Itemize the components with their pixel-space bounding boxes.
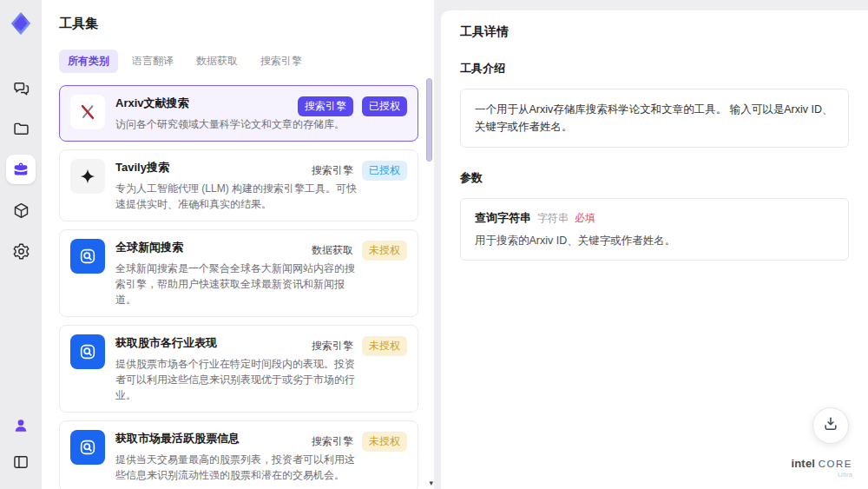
tool-description: 专为人工智能代理 (LLM) 构建的搜索引擎工具。可快速提供实时、准确和真实的结… [115,181,364,212]
brand-name: intel [791,457,815,470]
tool-meta: 搜索引擎 未授权 [312,336,407,356]
tool-category-badge: 搜索引擎 [298,96,353,116]
download-button[interactable] [812,407,849,444]
tool-card[interactable]: 获取市场最活跃股票信息 提供当天交易量最高的股票列表，投资者可以利用这些信息来识… [59,420,418,489]
download-icon [822,415,839,436]
search-logo [70,430,105,465]
param-header: 查询字符串 字符串 必填 [475,210,834,226]
category-tabs: 所有类别语言翻译数据获取搜索引擎 [59,50,431,73]
app-logo-icon [8,10,34,36]
search-logo [70,334,105,369]
chat-icon[interactable] [6,73,36,102]
tab-1[interactable]: 语言翻译 [123,50,182,73]
intro-box: 一个用于从Arxiv存储库搜索科学论文和文章的工具。 输入可以是Arxiv ID… [460,89,849,148]
star-logo [70,159,105,194]
sidebar-nav [6,73,36,266]
tool-auth-badge: 已授权 [362,161,407,181]
brand-sub: Ultra [791,471,852,479]
scrollbar-thumb[interactable] [426,78,432,162]
tool-meta: 搜索引擎 未授权 [312,432,407,452]
tab-3[interactable]: 搜索引擎 [252,50,311,73]
intro-text: 一个用于从Arxiv存储库搜索科学论文和文章的工具。 输入可以是Arxiv ID… [475,101,834,135]
intro-heading: 工具介绍 [460,61,849,76]
tool-meta: 搜索引擎 已授权 [312,161,407,181]
param-type: 字符串 [537,211,569,226]
scrollbar-down-arrow[interactable]: ▾ [429,479,433,487]
tool-category-badge: 数据获取 [312,243,353,258]
tool-category-badge: 搜索引擎 [312,339,353,354]
tool-category-badge: 搜索引擎 [312,434,353,449]
panel-toggle-icon[interactable] [6,447,36,477]
page-title: 工具集 [59,16,431,32]
tool-details-panel: 工具详情 工具介绍 一个用于从Arxiv存储库搜索科学论文和文章的工具。 输入可… [441,10,868,489]
tool-description: 访问各个研究领域大量科学论文和文章的存储库。 [115,116,364,132]
folder-icon[interactable] [6,114,36,143]
tool-description: 全球新闻搜索是一个聚合全球各大新闻网站内容的搜索引擎，帮助用户快速获取全球最新资… [115,261,364,307]
tool-card[interactable]: 获取股市各行业表现 提供股票市场各个行业在特定时间段内的表现。投资者可以利用这些… [59,325,418,413]
details-title: 工具详情 [460,24,849,40]
tool-auth-badge: 未授权 [362,336,407,356]
intel-core-logo: intel CORE Ultra [791,457,852,479]
tool-auth-badge: 未授权 [362,241,407,261]
param-description: 用于搜索的Arxiv ID、关键字或作者姓名。 [475,234,834,248]
tool-auth-badge: 已授权 [362,96,407,116]
param-name: 查询字符串 [475,210,531,226]
tool-description: 提供股票市场各个行业在特定时间段内的表现。投资者可以利用这些信息来识别表现优于或… [115,356,364,403]
brand-product: CORE [819,459,852,469]
app-sidebar [0,0,42,489]
tool-category-badge: 搜索引擎 [312,163,353,178]
tool-list-panel: 工具集 所有类别语言翻译数据获取搜索引擎 Arxiv文献搜索 访问各个研究领域大… [42,0,434,489]
toolbox-icon[interactable] [6,155,36,184]
params-heading: 参数 [460,170,849,186]
tab-2[interactable]: 数据获取 [187,50,247,73]
tool-auth-badge: 未授权 [362,432,407,452]
search-logo [70,239,105,274]
cube-icon[interactable] [6,195,36,225]
tool-card[interactable]: Arxiv文献搜索 访问各个研究领域大量科学论文和文章的存储库。 搜索引擎 已授… [59,85,418,142]
tab-all-categories[interactable]: 所有类别 [59,50,118,73]
param-required-badge: 必填 [575,211,595,226]
tool-description: 提供当天交易量最高的股票列表，投资者可以利用这些信息来识别流动性强的股票和潜在的… [115,452,364,483]
gear-icon[interactable] [6,236,36,266]
tool-meta: 数据获取 未授权 [312,241,407,261]
details-wrap: 工具详情 工具介绍 一个用于从Arxiv存储库搜索科学论文和文章的工具。 输入可… [434,0,868,489]
tool-meta: 搜索引擎 已授权 [298,96,407,116]
user-icon[interactable] [6,411,36,440]
arxiv-logo [70,95,105,129]
tool-card[interactable]: Tavily搜索 专为人工智能代理 (LLM) 构建的搜索引擎工具。可快速提供实… [59,149,418,221]
tool-list: Arxiv文献搜索 访问各个研究领域大量科学论文和文章的存储库。 搜索引擎 已授… [59,85,431,489]
list-scrollbar[interactable]: ▾ [426,78,432,477]
param-box: 查询字符串 字符串 必填 用于搜索的Arxiv ID、关键字或作者姓名。 [460,198,849,261]
tool-card[interactable]: 全球新闻搜索 全球新闻搜索是一个聚合全球各大新闻网站内容的搜索引擎，帮助用户快速… [59,229,418,317]
sidebar-bottom [6,411,36,477]
